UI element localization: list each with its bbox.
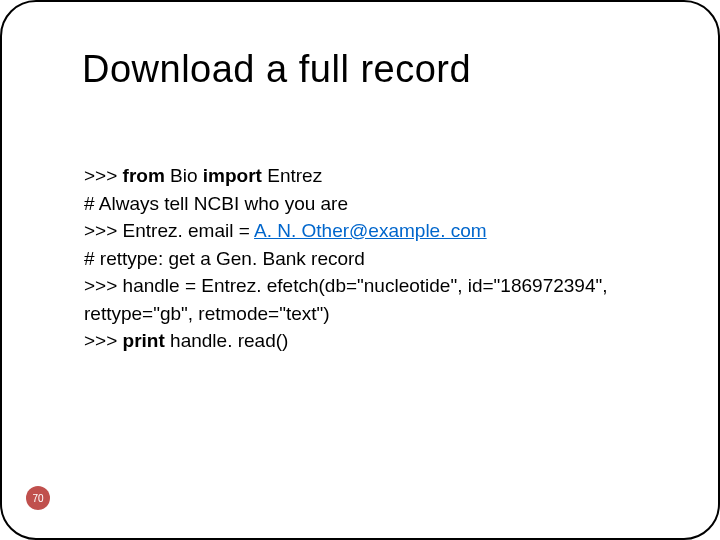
code-line-2: # Always tell NCBI who you are	[84, 190, 644, 218]
code-line-6: >>> print handle. read()	[84, 327, 644, 355]
email-link[interactable]: A. N. Other@example. com	[254, 220, 487, 241]
code-text: >>> Entrez. email =	[84, 220, 254, 241]
keyword-print: print	[123, 330, 165, 351]
code-block: >>> from Bio import Entrez # Always tell…	[84, 162, 644, 355]
page-number-badge: 70	[26, 486, 50, 510]
code-text: handle. read()	[165, 330, 289, 351]
code-line-3: >>> Entrez. email = A. N. Other@example.…	[84, 217, 644, 245]
prompt-text: >>>	[84, 330, 123, 351]
code-text: Bio	[165, 165, 203, 186]
slide-title: Download a full record	[82, 48, 471, 91]
code-line-1: >>> from Bio import Entrez	[84, 162, 644, 190]
keyword-from: from	[123, 165, 165, 186]
code-text: Entrez	[262, 165, 322, 186]
code-line-5: >>> handle = Entrez. efetch(db="nucleoti…	[84, 272, 644, 327]
keyword-import: import	[203, 165, 262, 186]
prompt-text: >>>	[84, 165, 123, 186]
slide-frame: Download a full record >>> from Bio impo…	[0, 0, 720, 540]
code-line-4: # rettype: get a Gen. Bank record	[84, 245, 644, 273]
